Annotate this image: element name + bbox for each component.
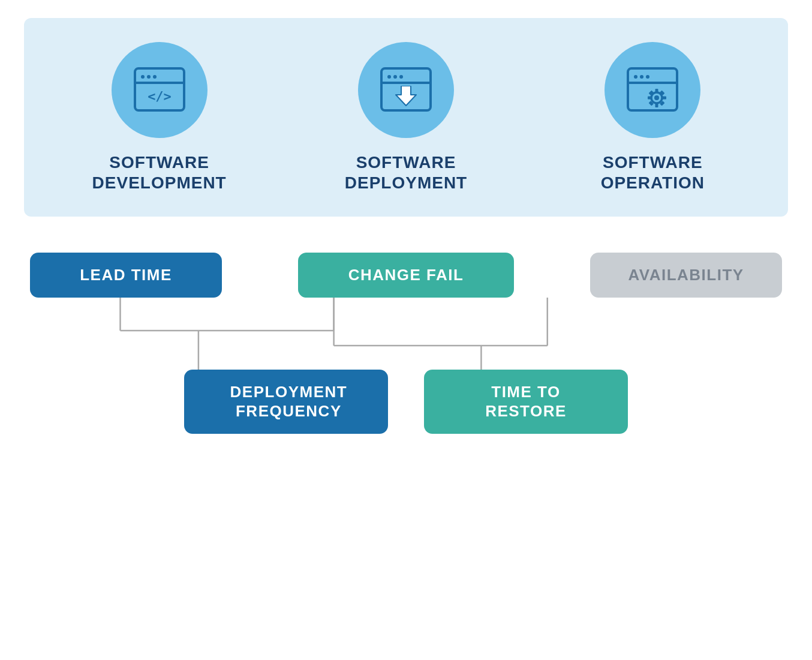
svg-point-21 [654, 95, 659, 100]
svg-point-3 [153, 75, 157, 79]
svg-rect-22 [655, 89, 658, 93]
svg-text:</>: </> [148, 89, 172, 104]
metrics-section: LEAD TIME CHANGE FAIL AVAILABILITY [24, 253, 788, 434]
software-development-label: SOFTWARE DEVELOPMENT [92, 152, 227, 193]
software-development-icon-circle: </> [112, 42, 207, 138]
software-development-card: </> SOFTWARE DEVELOPMENT [56, 42, 263, 193]
lead-time-box: LEAD TIME [30, 253, 222, 298]
software-deployment-card: SOFTWARE DEPLOYMENT [302, 42, 510, 193]
svg-rect-24 [648, 97, 652, 100]
software-operation-card: SOFTWARE OPERATION [549, 42, 757, 193]
change-fail-box: CHANGE FAIL [298, 253, 514, 298]
svg-rect-23 [655, 103, 658, 107]
svg-point-1 [141, 75, 145, 79]
svg-point-18 [646, 75, 649, 79]
connectors [24, 298, 788, 370]
metrics-bottom-row: DEPLOYMENT FREQUENCY DEPLOYMENTFREQUENCY… [24, 370, 788, 433]
svg-point-9 [399, 75, 403, 79]
svg-point-17 [640, 75, 643, 79]
deployment-frequency-box: DEPLOYMENT FREQUENCY DEPLOYMENTFREQUENCY [184, 370, 388, 433]
software-operation-icon-circle [605, 42, 700, 138]
code-icon: </> [133, 63, 187, 117]
svg-rect-25 [662, 97, 666, 100]
svg-point-7 [387, 75, 391, 79]
time-to-restore-box: TIME TORESTORE [424, 370, 628, 433]
settings-icon [625, 63, 679, 117]
connector-lines [24, 298, 788, 370]
software-deployment-icon-circle [358, 42, 454, 138]
availability-box: AVAILABILITY [590, 253, 782, 298]
svg-point-16 [634, 75, 637, 79]
top-section: </> SOFTWARE DEVELOPMENT [24, 18, 788, 217]
software-deployment-label: SOFTWARE DEPLOYMENT [345, 152, 467, 193]
download-icon [379, 63, 433, 117]
software-operation-label: SOFTWARE OPERATION [601, 152, 705, 193]
svg-point-8 [393, 75, 397, 79]
metrics-top-row: LEAD TIME CHANGE FAIL AVAILABILITY [24, 253, 788, 298]
svg-point-2 [147, 75, 151, 79]
